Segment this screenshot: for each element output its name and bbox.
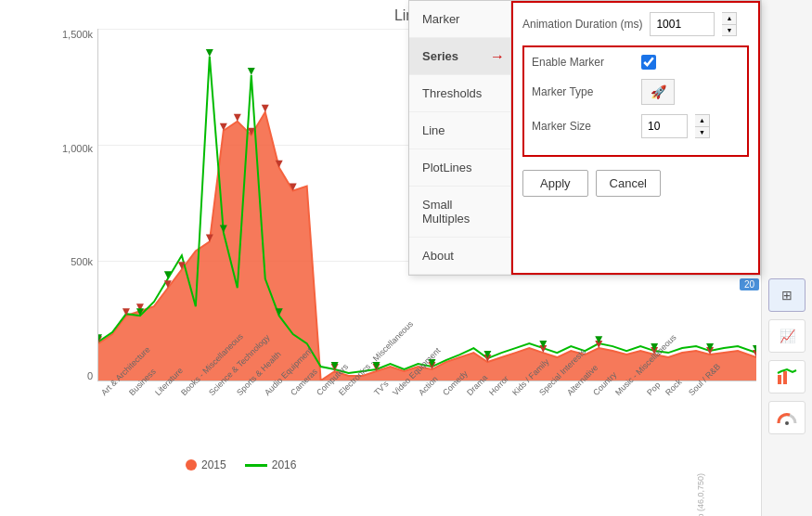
svg-point-40	[785, 421, 789, 425]
svg-rect-39	[783, 371, 787, 384]
right-sidebar: 20 ⊞ 📈	[761, 0, 812, 516]
sidebar-icon-table[interactable]: ⊞	[768, 278, 806, 312]
marker-type-label: Marker Type	[532, 85, 634, 98]
sidebar-icon-chart[interactable]: 📈	[768, 319, 806, 353]
y-label-0: 0	[87, 370, 93, 381]
legend-label-2016: 2016	[272, 458, 297, 471]
svg-marker-23	[248, 68, 255, 75]
settings-panel: Marker Series → Thresholds Line PlotLine…	[408, 0, 761, 276]
animation-duration-spinner: ▲ ▼	[722, 12, 737, 36]
settings-nav-plotlines[interactable]: PlotLines	[409, 149, 510, 187]
y-label-1500k: 1,500k	[62, 29, 93, 40]
legend-2016: 2016	[245, 458, 297, 471]
settings-content: Animation Duration (ms) ▲ ▼ Enable Marke…	[511, 1, 760, 275]
marker-size-spinner: ▲ ▼	[695, 114, 710, 138]
watermark: http://vitara.co (46,0,750)	[696, 473, 705, 516]
marker-section: Enable Marker Marker Type 🚀 Marker Size …	[522, 45, 749, 157]
legend-dot-2015	[186, 459, 197, 471]
y-axis: 1,500k 1,000k 500k 0	[51, 29, 97, 381]
series-arrow-icon: →	[490, 48, 505, 65]
x-label-21: Pop	[645, 381, 662, 397]
cancel-button[interactable]: Cancel	[596, 170, 661, 197]
animation-duration-input[interactable]	[650, 12, 715, 36]
apply-button[interactable]: Apply	[522, 170, 588, 197]
y-label-1000k: 1,000k	[62, 143, 93, 154]
animation-duration-label: Animation Duration (ms)	[522, 18, 642, 31]
settings-nav-about[interactable]: About	[409, 238, 510, 275]
marker-size-label: Marker Size	[532, 120, 634, 133]
settings-nav-series[interactable]: Series →	[409, 38, 510, 75]
legend-label-2015: 2015	[201, 458, 226, 471]
settings-nav-marker[interactable]: Marker	[409, 1, 510, 38]
settings-nav: Marker Series → Thresholds Line PlotLine…	[409, 1, 511, 275]
enable-marker-checkbox[interactable]	[641, 55, 656, 70]
animation-duration-up[interactable]: ▲	[722, 13, 736, 25]
svg-marker-3	[234, 114, 241, 122]
marker-size-down[interactable]: ▼	[695, 127, 709, 138]
animation-duration-down[interactable]: ▼	[722, 25, 736, 36]
svg-rect-38	[778, 375, 781, 384]
legend-line-2016	[245, 464, 267, 467]
settings-nav-small-multiples[interactable]: Small Multiples	[409, 187, 510, 238]
settings-actions: Apply Cancel	[522, 170, 749, 197]
enable-marker-row: Enable Marker	[532, 55, 740, 70]
legend: 2015 2016	[186, 458, 296, 471]
marker-type-button[interactable]: 🚀	[641, 79, 675, 105]
svg-marker-5	[262, 105, 269, 112]
marker-size-up[interactable]: ▲	[695, 115, 709, 127]
svg-marker-22	[206, 49, 213, 57]
settings-nav-line[interactable]: Line	[409, 112, 510, 149]
marker-type-row: Marker Type 🚀	[532, 79, 740, 105]
sidebar-icon-combo[interactable]	[768, 360, 806, 393]
legend-2015: 2015	[186, 458, 226, 471]
marker-size-row: Marker Size ▲ ▼	[532, 114, 740, 138]
sidebar-icon-gauge[interactable]	[768, 401, 806, 434]
enable-marker-label: Enable Marker	[532, 56, 634, 69]
settings-nav-thresholds[interactable]: Thresholds	[409, 75, 510, 112]
animation-duration-row: Animation Duration (ms) ▲ ▼	[522, 12, 749, 36]
x-label-10: TV's	[372, 379, 391, 397]
y-label-500k: 500k	[71, 256, 93, 267]
marker-size-input[interactable]	[641, 114, 688, 138]
sidebar-badge: 20	[740, 278, 759, 290]
